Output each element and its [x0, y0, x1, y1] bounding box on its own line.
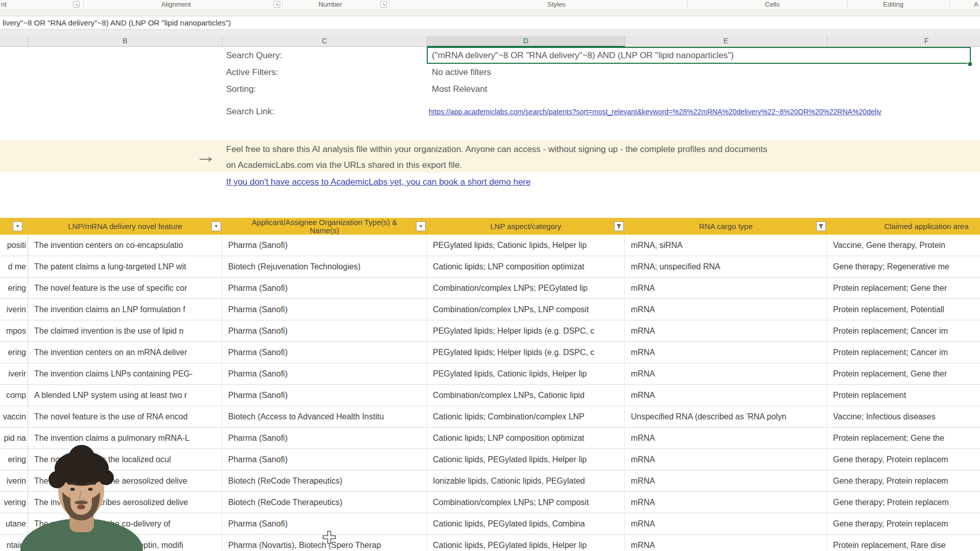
- table-cell-e[interactable]: mRNA; unspecified RNA: [625, 256, 827, 277]
- table-cell-e[interactable]: mRNA: [625, 428, 827, 448]
- table-cell-c[interactable]: Biotech (Access to Advanced Health Insti…: [222, 406, 427, 427]
- table-cell-b[interactable]: The invention centers on an mRNA deliver: [28, 342, 222, 363]
- table-cell-e[interactable]: mRNA, siRNA: [625, 235, 827, 256]
- table-cell-c[interactable]: Biotech (Rejuvenation Technologies): [222, 256, 427, 277]
- table-cell-e[interactable]: mRNA: [625, 320, 827, 341]
- table-cell-c[interactable]: Pharma (Sanofi): [222, 320, 427, 341]
- table-cell-f[interactable]: Vaccine; Infectious diseases: [827, 406, 980, 427]
- column-header-C[interactable]: C: [222, 36, 427, 47]
- table-cell-f[interactable]: Protein replacement, Potentiall: [827, 299, 980, 320]
- table-cell-f[interactable]: Protein replacement; Cancer im: [827, 320, 980, 341]
- table-cell-c[interactable]: Pharma (Sanofi): [222, 449, 427, 470]
- table-cell-e[interactable]: mRNA: [625, 492, 827, 513]
- table-cell-f[interactable]: Protein replacement; Gene the: [827, 428, 980, 448]
- table-cell-f[interactable]: Gene therapy, Protein replacem: [827, 470, 980, 491]
- table-cell-b[interactable]: The invention claims an LNP formulation …: [28, 299, 222, 320]
- table-cell-e[interactable]: mRNA: [625, 342, 827, 363]
- filter-dropdown-button[interactable]: ▼: [13, 221, 22, 231]
- column-header-F[interactable]: F: [827, 36, 980, 47]
- table-cell-a[interactable]: iverir: [0, 363, 28, 384]
- table-cell-f[interactable]: Protein replacement, Gene ther: [827, 363, 980, 384]
- active-filters-value[interactable]: No active filters: [432, 64, 491, 81]
- table-cell-d[interactable]: Cationic lipids, PEGylated lipids, Combi…: [427, 513, 625, 534]
- table-cell-b[interactable]: The invention claims LNPs containing PEG…: [28, 363, 222, 384]
- table-cell-a[interactable]: mpos: [0, 320, 28, 341]
- table-cell-e[interactable]: mRNA: [625, 363, 827, 384]
- table-header-cell-lnp-aspect: LNP aspect/category: [427, 218, 625, 235]
- table-cell-d[interactable]: PEGylated lipids, Cationic lipids, Helpe…: [427, 363, 625, 384]
- column-header-B[interactable]: B: [28, 36, 222, 47]
- table-cell-b[interactable]: The novel feature is the use of RNA enco…: [28, 406, 222, 427]
- table-cell-f[interactable]: Vaccine, Gene therapy, Protein: [827, 235, 980, 256]
- table-cell-b[interactable]: The patent claims a lung-targeted LNP wi…: [28, 256, 222, 277]
- table-cell-f[interactable]: Gene therapy, Protein replacem: [827, 449, 980, 470]
- table-cell-c[interactable]: Pharma (Sanofi): [222, 235, 427, 256]
- table-cell-d[interactable]: PEGylated lipids, Cationic lipids, Helpe…: [427, 235, 625, 256]
- table-cell-d[interactable]: PEGylated lipids; Helper lipids (e.g. DS…: [427, 342, 625, 363]
- table-cell-e[interactable]: mRNA: [625, 278, 827, 298]
- table-cell-d[interactable]: Cationic lipids, PEGylated lipids, Helpe…: [427, 535, 625, 551]
- table-cell-e[interactable]: mRNA: [625, 470, 827, 491]
- table-cell-b[interactable]: The invention centers on co-encapsulatio: [28, 235, 222, 256]
- table-cell-e[interactable]: Unspecified RNA (described as 'RNA polyn: [625, 406, 827, 427]
- search-link-url[interactable]: https://app.academiclabs.com/search/pate…: [429, 103, 980, 120]
- table-cell-e[interactable]: mRNA: [625, 385, 827, 406]
- table-cell-f[interactable]: Protein replacement; Gene ther: [827, 278, 980, 298]
- table-cell-c[interactable]: Pharma (Sanofi): [222, 299, 427, 320]
- table-cell-c[interactable]: Pharma (Sanofi): [222, 428, 427, 448]
- filter-dropdown-button[interactable]: ▼: [416, 221, 426, 231]
- table-cell-d[interactable]: Cationic lipids, PEGylated lipids, Helpe…: [427, 449, 625, 470]
- table-cell-c[interactable]: Pharma (Sanofi): [222, 342, 427, 363]
- table-cell-e[interactable]: mRNA: [625, 535, 827, 551]
- table-cell-a[interactable]: d me: [0, 256, 28, 277]
- column-title: RNA cargo type: [699, 222, 752, 231]
- table-cell-c[interactable]: Pharma (Sanofi): [222, 278, 427, 298]
- column-header-D-selected[interactable]: D: [427, 36, 625, 47]
- table-cell-f[interactable]: Protein replacement: [827, 385, 980, 406]
- search-query-value[interactable]: ("mRNA delivery"~8 OR "RNA delivery"~8) …: [432, 47, 967, 64]
- table-cell-f[interactable]: Gene therapy; Protein replacem: [827, 492, 980, 513]
- book-demo-link[interactable]: If you don't have access to AcademicLabs…: [226, 174, 531, 190]
- sorting-value[interactable]: Most Relevant: [432, 81, 487, 97]
- table-cell-d[interactable]: Combination/complex LNPs; PEGylated lip: [427, 278, 625, 298]
- dialog-launcher-icon[interactable]: ↘: [380, 1, 387, 8]
- table-cell-b[interactable]: The novel feature is the use of specific…: [28, 278, 222, 298]
- filter-dropdown-button[interactable]: ▼: [211, 221, 221, 231]
- table-cell-d[interactable]: Cationic lipids; LNP composition optimiz…: [427, 256, 625, 277]
- table-cell-f[interactable]: Protein replacement; Cancer im: [827, 342, 980, 363]
- table-cell-f[interactable]: Gene therapy; Regenerative me: [827, 256, 980, 277]
- table-cell-c[interactable]: Biotech (ReCode Therapeutics): [222, 470, 427, 491]
- table-cell-b[interactable]: The claimed invention is the use of lipi…: [28, 320, 222, 341]
- table-cell-d[interactable]: Cationic lipids; LNP composition optimiz…: [427, 428, 625, 448]
- table-cell-a[interactable]: iverin: [0, 299, 28, 320]
- table-cell-d[interactable]: PEGylated lipids; Helper lipids (e.g. DS…: [427, 320, 625, 341]
- table-header-cell-application-area: Claimed application area: [827, 218, 980, 235]
- column-header-E[interactable]: E: [625, 36, 827, 47]
- table-cell-d[interactable]: Ionizable lipids, Cationic lipids, PEGyl…: [427, 470, 625, 491]
- dialog-launcher-icon[interactable]: ↘: [73, 1, 80, 8]
- table-cell-f[interactable]: Protein replacement, Rare dise: [827, 535, 980, 551]
- table-cell-d[interactable]: Combination/complex LNPs; LNP composit: [427, 492, 625, 513]
- selection-fill-handle[interactable]: [968, 62, 972, 66]
- table-cell-a[interactable]: comp: [0, 385, 28, 406]
- table-cell-b[interactable]: A blended LNP system using at least two …: [28, 385, 222, 406]
- dialog-launcher-icon[interactable]: ↘: [274, 1, 280, 8]
- table-cell-d[interactable]: Combination/complex LNPs, LNP composit: [427, 299, 625, 320]
- table-cell-c[interactable]: Pharma (Sanofi): [222, 385, 427, 406]
- formula-bar[interactable]: livery"~8 OR "RNA delivery"~8) AND (LNP …: [0, 16, 980, 30]
- table-cell-d[interactable]: Cationic lipids; Combination/complex LNP: [427, 406, 625, 427]
- table-cell-d[interactable]: Combination/complex LNPs, Cationic lipid: [427, 385, 625, 406]
- table-cell-a[interactable]: positi: [0, 235, 28, 256]
- table-row: iverirThe invention claims LNPs containi…: [0, 363, 980, 385]
- table-cell-a[interactable]: ering: [0, 278, 28, 298]
- filter-applied-button[interactable]: [614, 221, 624, 231]
- table-cell-c[interactable]: Biotech (ReCode Therapeutics): [222, 492, 427, 513]
- table-cell-f[interactable]: Gene therapy, Protein replacem: [827, 513, 980, 534]
- table-cell-a[interactable]: vaccin: [0, 406, 28, 427]
- table-cell-e[interactable]: mRNA: [625, 513, 827, 534]
- table-cell-c[interactable]: Pharma (Sanofi): [222, 363, 427, 384]
- table-cell-e[interactable]: mRNA: [625, 449, 827, 470]
- filter-applied-button[interactable]: [816, 221, 826, 231]
- table-cell-a[interactable]: ering: [0, 342, 28, 363]
- table-cell-e[interactable]: mRNA: [625, 299, 827, 320]
